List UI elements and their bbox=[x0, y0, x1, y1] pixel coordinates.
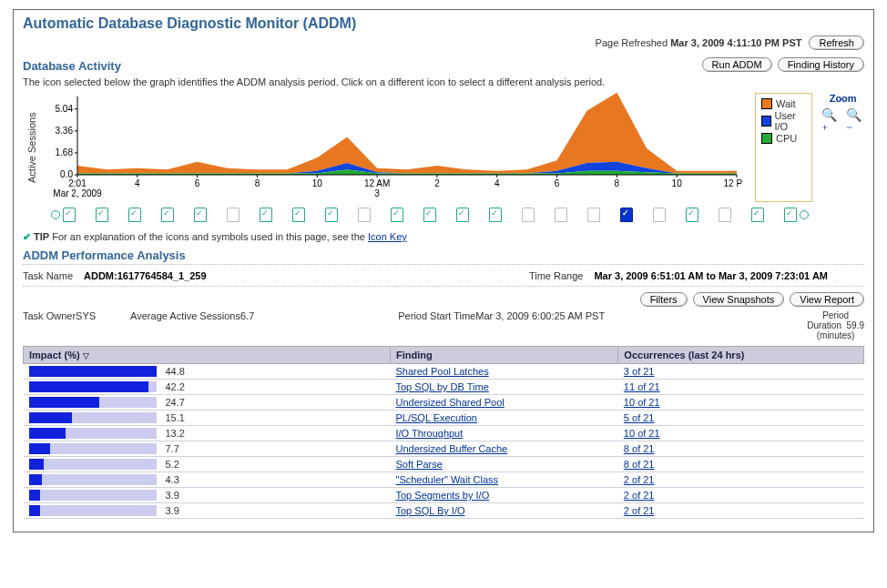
activity-chart[interactable]: 0.01.683.365.042:01Mar 2, 20094681012 AM… bbox=[41, 93, 742, 202]
svg-text:8: 8 bbox=[615, 178, 620, 188]
analysis-period-icon[interactable] bbox=[161, 208, 174, 222]
occurrences-link[interactable]: 11 of 21 bbox=[624, 381, 660, 392]
view-report-button[interactable]: View Report bbox=[790, 292, 864, 307]
zoom-out-icon[interactable]: 🔍⁻ bbox=[846, 107, 864, 137]
page-refreshed-text: Page Refreshed Mar 3, 2009 4:11:10 PM PS… bbox=[596, 37, 802, 48]
table-row: 3.9Top SQL By I/O2 of 21 bbox=[24, 503, 864, 519]
table-row: 7.7Undersized Buffer Cache8 of 21 bbox=[24, 441, 864, 457]
activity-hint: The icon selected below the graph identi… bbox=[23, 76, 864, 87]
chart-legend: WaitUser I/OCPU bbox=[755, 93, 812, 202]
table-row: 24.7Undersized Shared Pool10 of 21 bbox=[24, 395, 864, 411]
svg-text:2: 2 bbox=[434, 178, 440, 188]
impact-value: 15.1 bbox=[166, 412, 185, 423]
finding-link[interactable]: Top SQL by DB Time bbox=[396, 381, 489, 392]
task-owner: SYS bbox=[76, 310, 96, 321]
impact-bar bbox=[29, 505, 157, 516]
svg-text:4: 4 bbox=[135, 178, 140, 188]
findings-table: Impact (%) ▽ Finding Occurrences (last 2… bbox=[23, 346, 864, 519]
analysis-period-empty-icon[interactable] bbox=[358, 208, 371, 222]
analysis-period-icon[interactable] bbox=[128, 208, 141, 222]
impact-bar bbox=[29, 459, 157, 470]
period-start: Mar 3, 2009 6:00:25 AM PST bbox=[475, 310, 605, 321]
finding-link[interactable]: Top Segments by I/O bbox=[396, 490, 490, 501]
analysis-period-empty-icon[interactable] bbox=[227, 208, 240, 222]
impact-bar bbox=[29, 428, 157, 439]
col-finding[interactable]: Finding bbox=[391, 347, 618, 364]
occurrences-link[interactable]: 3 of 21 bbox=[624, 366, 655, 377]
analysis-period-icons bbox=[23, 202, 864, 228]
impact-bar bbox=[29, 443, 157, 454]
col-impact[interactable]: Impact (%) ▽ bbox=[24, 347, 391, 364]
table-row: 4.3"Scheduler" Wait Class2 of 21 bbox=[24, 472, 864, 488]
analysis-period-icon[interactable] bbox=[686, 208, 698, 222]
view-snapshots-button[interactable]: View Snapshots bbox=[693, 292, 785, 307]
zoom-label: Zoom bbox=[830, 93, 857, 104]
analysis-period-icon[interactable] bbox=[292, 208, 305, 222]
finding-link[interactable]: Undersized Shared Pool bbox=[396, 397, 505, 408]
analysis-period-icon[interactable] bbox=[96, 208, 108, 222]
finding-history-button[interactable]: Finding History bbox=[778, 57, 864, 72]
svg-text:6: 6 bbox=[195, 178, 200, 188]
finding-link[interactable]: Undersized Buffer Cache bbox=[396, 443, 508, 454]
finding-link[interactable]: I/O Throughput bbox=[396, 428, 464, 439]
occurrences-link[interactable]: 2 of 21 bbox=[624, 490, 655, 501]
svg-text:10: 10 bbox=[672, 178, 683, 188]
run-addm-button[interactable]: Run ADDM bbox=[702, 57, 772, 72]
database-activity-heading: Database Activity bbox=[23, 59, 121, 73]
svg-text:12 PM: 12 PM bbox=[724, 178, 742, 188]
page-title: Automatic Database Diagnostic Monitor (A… bbox=[23, 15, 864, 32]
task-name: ADDM:1617764584_1_259 bbox=[84, 270, 207, 281]
table-row: 13.2I/O Throughput10 of 21 bbox=[24, 426, 864, 441]
filters-button[interactable]: Filters bbox=[640, 292, 688, 307]
occurrences-link[interactable]: 2 of 21 bbox=[624, 505, 655, 516]
finding-link[interactable]: "Scheduler" Wait Class bbox=[396, 474, 499, 485]
impact-bar bbox=[29, 397, 157, 408]
analysis-period-icon[interactable] bbox=[489, 208, 502, 222]
impact-value: 5.2 bbox=[166, 459, 179, 470]
svg-text:6: 6 bbox=[555, 178, 560, 188]
analysis-period-icon[interactable] bbox=[260, 208, 272, 222]
occurrences-link[interactable]: 2 of 21 bbox=[624, 474, 655, 485]
impact-bar bbox=[29, 366, 157, 377]
analysis-period-empty-icon[interactable] bbox=[653, 208, 666, 222]
analysis-period-empty-icon[interactable] bbox=[719, 208, 731, 222]
occurrences-link[interactable]: 8 of 21 bbox=[624, 459, 655, 470]
finding-link[interactable]: Shared Pool Latches bbox=[396, 366, 489, 377]
analysis-period-icon[interactable] bbox=[751, 208, 764, 222]
impact-bar bbox=[29, 474, 157, 485]
occurrences-link[interactable]: 5 of 21 bbox=[624, 412, 655, 423]
refresh-button[interactable]: Refresh bbox=[809, 35, 864, 50]
svg-text:3.36: 3.36 bbox=[56, 126, 74, 136]
analysis-period-empty-icon[interactable] bbox=[587, 208, 600, 222]
impact-value: 3.9 bbox=[166, 490, 179, 501]
analysis-period-icon[interactable] bbox=[391, 208, 403, 222]
occurrences-link[interactable]: 10 of 21 bbox=[624, 428, 660, 439]
svg-text:12 AM: 12 AM bbox=[364, 178, 390, 188]
occurrences-link[interactable]: 10 of 21 bbox=[624, 397, 660, 408]
zoom-in-icon[interactable]: 🔍⁺ bbox=[821, 107, 840, 137]
occurrences-link[interactable]: 8 of 21 bbox=[624, 443, 655, 454]
col-occurrences[interactable]: Occurrences (last 24 hrs) bbox=[618, 347, 864, 364]
analysis-period-last-icon[interactable] bbox=[784, 208, 797, 222]
finding-link[interactable]: Top SQL By I/O bbox=[396, 505, 465, 516]
analysis-period-icon[interactable] bbox=[325, 208, 338, 222]
icon-key-link[interactable]: Icon Key bbox=[368, 231, 407, 242]
analysis-period-icon[interactable] bbox=[456, 208, 469, 222]
analysis-period-first-icon[interactable] bbox=[63, 208, 76, 222]
impact-value: 4.3 bbox=[166, 474, 179, 485]
tip-label: TIP bbox=[34, 231, 49, 242]
analysis-period-icon[interactable] bbox=[194, 208, 207, 222]
impact-value: 42.2 bbox=[166, 381, 185, 392]
analysis-period-empty-icon[interactable] bbox=[555, 208, 567, 222]
analysis-period-empty-icon[interactable] bbox=[522, 208, 535, 222]
impact-value: 24.7 bbox=[166, 397, 185, 408]
analysis-period-selected-icon[interactable] bbox=[620, 208, 633, 222]
analysis-period-icon[interactable] bbox=[423, 208, 436, 222]
finding-link[interactable]: PL/SQL Execution bbox=[396, 412, 477, 423]
svg-text:8: 8 bbox=[255, 178, 260, 188]
finding-link[interactable]: Soft Parse bbox=[396, 459, 443, 470]
table-row: 15.1PL/SQL Execution5 of 21 bbox=[24, 411, 864, 426]
table-row: 3.9Top Segments by I/O2 of 21 bbox=[24, 488, 864, 503]
y-axis-label: Active Sessions bbox=[23, 93, 41, 202]
period-duration: Period Duration 59.9 (minutes) bbox=[807, 310, 864, 340]
